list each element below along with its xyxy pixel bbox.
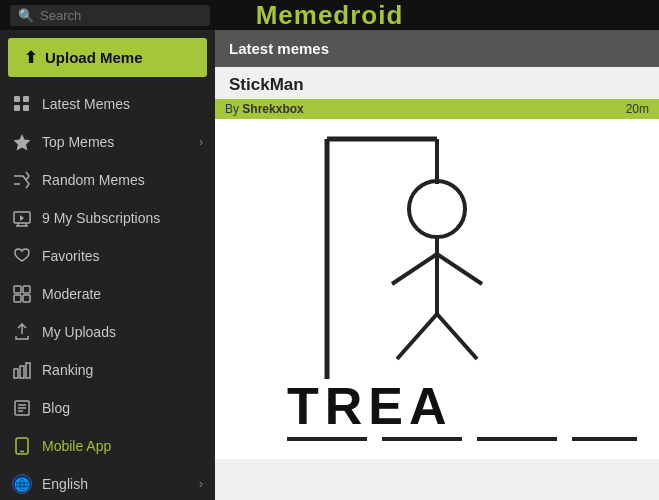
mobile-icon xyxy=(12,436,32,456)
sidebar-item-label: Top Memes xyxy=(42,134,114,150)
svg-line-26 xyxy=(397,314,437,359)
sidebar-item-random-memes[interactable]: Random Memes xyxy=(0,161,215,199)
svg-rect-12 xyxy=(26,363,30,378)
shuffle-icon xyxy=(12,170,32,190)
meme-author: By Shrekxbox xyxy=(225,102,304,116)
search-wrapper: 🔍 xyxy=(10,5,210,26)
my-uploads-icon xyxy=(12,322,32,342)
blog-icon xyxy=(12,398,32,418)
sidebar-item-label: English xyxy=(42,476,88,492)
svg-rect-7 xyxy=(23,286,30,293)
svg-rect-6 xyxy=(14,286,21,293)
content-area: Latest memes StickMan By Shrekxbox 20m xyxy=(215,30,659,500)
svg-line-25 xyxy=(437,254,482,284)
sidebar-item-mobile-app[interactable]: Mobile App xyxy=(0,427,215,465)
sidebar-item-label: Ranking xyxy=(42,362,93,378)
subscriptions-icon xyxy=(12,208,32,228)
main-layout: ⬆ Upload Meme Latest Memes Top Memes › R… xyxy=(0,30,659,500)
sidebar-item-language[interactable]: 🌐 English › xyxy=(0,465,215,500)
sidebar-item-label: My Uploads xyxy=(42,324,116,340)
search-input[interactable] xyxy=(40,8,200,23)
upload-meme-button[interactable]: ⬆ Upload Meme xyxy=(8,38,207,77)
chevron-right-icon: › xyxy=(199,135,203,149)
sidebar-item-my-subscriptions[interactable]: 9 My Subscriptions xyxy=(0,199,215,237)
grid-icon xyxy=(12,94,32,114)
meme-card: StickMan By Shrekxbox 20m xyxy=(215,67,659,459)
meme-title: StickMan xyxy=(215,67,659,99)
sidebar-item-label: 9 My Subscriptions xyxy=(42,210,160,226)
svg-rect-1 xyxy=(23,96,29,102)
sidebar-item-label: Moderate xyxy=(42,286,101,302)
svg-line-24 xyxy=(392,254,437,284)
sidebar-item-label: Blog xyxy=(42,400,70,416)
ranking-icon xyxy=(12,360,32,380)
heart-icon xyxy=(12,246,32,266)
meme-time: 20m xyxy=(626,102,649,116)
topbar: 🔍 Memedroid xyxy=(0,0,659,30)
sidebar-item-my-uploads[interactable]: My Uploads xyxy=(0,313,215,351)
sidebar: ⬆ Upload Meme Latest Memes Top Memes › R… xyxy=(0,30,215,500)
svg-rect-11 xyxy=(20,366,24,378)
sidebar-item-label: Random Memes xyxy=(42,172,145,188)
svg-rect-8 xyxy=(14,295,21,302)
meme-image: TREA xyxy=(215,119,659,459)
svg-line-27 xyxy=(437,314,477,359)
chevron-right-icon: › xyxy=(199,477,203,491)
star-icon xyxy=(12,132,32,152)
flag-icon: 🌐 xyxy=(12,474,32,494)
search-icon: 🔍 xyxy=(18,8,34,23)
sidebar-item-latest-memes[interactable]: Latest Memes xyxy=(0,85,215,123)
sidebar-item-blog[interactable]: Blog xyxy=(0,389,215,427)
section-title: Latest memes xyxy=(215,30,659,67)
sidebar-item-favorites[interactable]: Favorites xyxy=(0,237,215,275)
sidebar-item-top-memes[interactable]: Top Memes › xyxy=(0,123,215,161)
moderate-icon xyxy=(12,284,32,304)
svg-rect-2 xyxy=(14,105,20,111)
svg-rect-10 xyxy=(14,369,18,378)
sidebar-item-label: Favorites xyxy=(42,248,100,264)
meme-meta: By Shrekxbox 20m xyxy=(215,99,659,119)
sidebar-item-ranking[interactable]: Ranking xyxy=(0,351,215,389)
site-logo: Memedroid xyxy=(256,0,404,31)
sidebar-item-label: Latest Memes xyxy=(42,96,130,112)
author-prefix: By xyxy=(225,102,239,116)
author-name[interactable]: Shrekxbox xyxy=(242,102,303,116)
svg-rect-9 xyxy=(23,295,30,302)
svg-rect-0 xyxy=(14,96,20,102)
meme-image-area: TREA xyxy=(215,119,659,459)
sidebar-item-moderate[interactable]: Moderate xyxy=(0,275,215,313)
svg-marker-4 xyxy=(14,134,31,151)
upload-label: Upload Meme xyxy=(45,49,143,66)
sidebar-item-label: Mobile App xyxy=(42,438,111,454)
svg-text:TREA: TREA xyxy=(287,377,453,435)
svg-point-22 xyxy=(409,181,465,237)
svg-rect-3 xyxy=(23,105,29,111)
upload-icon: ⬆ xyxy=(24,48,37,67)
